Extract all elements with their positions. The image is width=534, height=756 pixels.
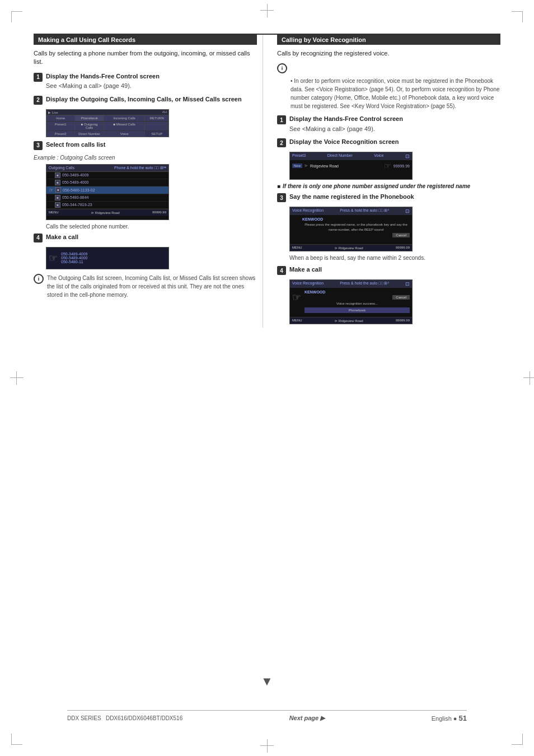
right-step-num-1: 1 (277, 115, 286, 124)
calls-item-2: ■ 050-5489-4000 (46, 179, 168, 186)
right-step-1-title: Display the Hands-Free Control screen (289, 115, 500, 123)
cancel-button-say[interactable]: Cancel (392, 233, 410, 237)
say-screen-footer: MENU ⊳ Ridgeview Road 99999.99 (290, 244, 412, 251)
calls-selected-desc: Calls the selected phone number. (46, 223, 257, 230)
crop-mark-tl (11, 11, 22, 22)
phone-number-assigned-note: ■ If there is only one phone number assi… (277, 183, 500, 189)
make-call-info: 050-3489-4009 050-5489-4000 050-5480-11 (61, 252, 88, 264)
vr-screen: Preset3 Direct Number Voice ⊡ New ⊳ Ridg… (289, 152, 413, 180)
right-step-3-title: Say the name registered in the Phonebook (289, 193, 500, 201)
vr-note-icon-container: i (277, 63, 500, 73)
say-screen-body: KENWOOD Please press the registered name… (290, 215, 412, 240)
bottom-bar: DDX SERIES DDX616/DDX6046BT/DDX516 Next … (67, 710, 467, 722)
right-step-1-content: Display the Hands-Free Control screen Se… (289, 115, 500, 133)
calls-screen-footer: MENU ⊳ Ridgeview Road 99999.99 (46, 209, 168, 216)
step-2-content: Display the Outgoing Calls, Incoming Cal… (46, 95, 257, 104)
bottom-right-info: English ● 51 (432, 714, 467, 722)
step-num-2: 2 (34, 96, 43, 105)
crosshair-right (523, 371, 524, 385)
right-step-2-title: Display the Voice Recognition screen (289, 138, 500, 146)
vr-screen-row: New ⊳ Ridgeview Road ☞ 99999.99 (290, 160, 412, 171)
crop-mark-br (512, 734, 523, 745)
make-call-vr-icon: ☞ (292, 291, 301, 313)
left-note-box: i The Outgoing Calls list screen, Incomi… (34, 274, 257, 299)
right-step-1: 1 Display the Hands-Free Control screen … (277, 115, 500, 133)
screen-btn-row-3: Preset2 Direct Number Voice SETUP (46, 131, 168, 137)
screen-btn-preset2: Preset2 (46, 131, 75, 137)
left-note-text: The Outgoing Calls list screen, Incoming… (47, 274, 257, 299)
crosshair-top (260, 10, 274, 11)
left-step-1: 1 Display the Hands-Free Control screen … (34, 72, 257, 91)
screen-btn-home: Home (46, 115, 75, 121)
screen-btn-phonebook: Phonebook (75, 115, 104, 121)
right-step-3-content: Say the name registered in the Phonebook (289, 193, 500, 201)
screen-btn-row-2: Preset1 ■ Outgoing Calls ■ Missed Calls (46, 122, 168, 131)
bottom-series-info: DDX SERIES DDX616/DDX6046BT/DDX516 (67, 715, 182, 721)
left-step-4: 4 Make a call (34, 233, 257, 242)
right-column: Calling by Voice Recognition Calls by re… (274, 35, 500, 328)
step-1-content: Display the Hands-Free Control screen Se… (46, 72, 257, 91)
calls-icon-5: ■ (55, 202, 60, 208)
screen-btn-preset1: Preset1 (46, 122, 75, 130)
calls-icon-1: ■ (55, 172, 60, 178)
make-call-name2: 050-5489-4000 (61, 256, 88, 260)
right-subtitle: Calls by recognizing the registered voic… (277, 49, 500, 58)
say-screen-header: Voice Recognition Press & hold the auto … (290, 207, 412, 215)
phonebook-button[interactable]: Phonebook (305, 307, 410, 313)
step-3-title: Select from calls list (46, 141, 257, 149)
make-call-vr-container: Voice Recognition Press & hold the auto … (289, 279, 500, 324)
left-column: Making a Call Using Call Records Calls b… (34, 35, 263, 328)
right-step-num-3: 3 (277, 193, 286, 202)
make-call-vr-name: KENWOOD (305, 290, 410, 294)
right-step-num-4: 4 (277, 266, 286, 275)
make-call-name3: 050-5480-11 (61, 260, 88, 264)
step-4-content: Make a call (46, 233, 257, 241)
say-screen: Voice Recognition Press & hold the auto … (289, 207, 413, 251)
make-call-vr-header: Voice Recognition Press & hold the auto … (290, 280, 412, 288)
make-call-screen: ☞ 050-3489-4009 050-5489-4000 050-5480-1… (46, 247, 169, 269)
say-screen-name: KENWOOD (302, 217, 410, 221)
screen-btn-outgoing: ■ Outgoing Calls (75, 122, 104, 130)
crosshair-left (10, 371, 11, 385)
outgoing-calls-screen: Outgoing Calls Phone & hold the auto □□ … (46, 164, 169, 220)
step-num-4: 4 (34, 234, 43, 242)
right-section-header: Calling by Voice Recognition (277, 35, 500, 45)
calls-icon-2: ■ (55, 180, 60, 185)
calls-item-4: ■ 050-5480-8844 (46, 194, 168, 202)
step-4-title: Make a call (46, 233, 257, 241)
step3-right-desc: When a beep is heard, say the name withi… (289, 255, 500, 261)
calls-screen-header: Outgoing Calls Phone & hold the auto □□ … (46, 165, 168, 172)
calls-list: ■ 050-3489-4009 ■ 050-5489-4000 ☞ ■ 050-… (46, 172, 168, 209)
note-icon-left: i (34, 274, 44, 284)
example-label: Example : Outgoing Calls screen (34, 155, 257, 161)
phone-number-assigned-text: If there is only one phone number assign… (283, 183, 470, 189)
make-call-vr-footer: MENU ⊳ Ridgeview Road 99999.99 (290, 317, 412, 324)
step-3-content: Select from calls list (46, 141, 257, 149)
phone-hand-icon: ☞ (49, 252, 58, 264)
page-content: Making a Call Using Call Records Calls b… (34, 34, 500, 722)
screen-top-bar: ▶ Live AH (46, 110, 168, 115)
calls-item-1: ■ 050-3489-4009 (46, 172, 168, 179)
crop-mark-bl (11, 734, 22, 745)
left-step-3: 3 Select from calls list (34, 141, 257, 150)
make-call-vr-body: ☞ KENWOOD Cancel Voice recognition succe… (290, 288, 412, 315)
right-step-2-content: Display the Voice Recognition screen (289, 138, 500, 146)
cancel-button-vr[interactable]: Cancel (392, 295, 410, 300)
next-page-label: Next page ▶ (289, 715, 325, 722)
step2-screen-container: ▶ Live AH Home Phonebook Incoming Calls … (46, 109, 257, 137)
screen-btn-voice: Voice (104, 131, 146, 137)
screen-btn-blank (145, 122, 168, 130)
make-call-vr-info: KENWOOD Cancel Voice recognition success… (305, 290, 410, 313)
step-num-3: 3 (34, 141, 43, 150)
say-screen-prompt: Please press the registered name, or the… (302, 222, 410, 232)
step-1-desc: See <Making a call> (page 49). (46, 82, 257, 90)
calls-item-3-selected: ☞ ■ 050-5480-1133-02 (46, 186, 168, 194)
right-step-4: 4 Make a call (277, 265, 500, 275)
right-step-3: 3 Say the name registered in the Phonebo… (277, 193, 500, 202)
crosshair-bottom (260, 745, 274, 746)
hands-free-screen: ▶ Live AH Home Phonebook Incoming Calls … (46, 109, 169, 137)
screen-btn-missed: ■ Missed Calls (104, 122, 146, 130)
screen-btn-setup: SETUP (145, 131, 168, 137)
screen-btn-incoming: Incoming Calls (104, 115, 146, 121)
left-step-2: 2 Display the Outgoing Calls, Incoming C… (34, 95, 257, 105)
